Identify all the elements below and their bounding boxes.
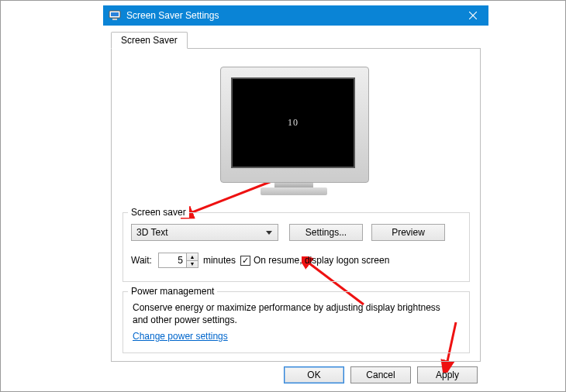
power-management-group: Power management Conserve energy or maxi… <box>123 291 470 353</box>
apply-button-label: Apply <box>436 370 459 380</box>
app-icon <box>108 9 122 22</box>
wait-label: Wait: <box>131 255 152 266</box>
screensaver-dropdown-value: 3D Text <box>136 227 167 238</box>
cancel-button[interactable]: Cancel <box>350 366 411 383</box>
window-title: Screen Saver Settings <box>126 10 457 21</box>
svg-rect-1 <box>111 12 119 16</box>
screensaver-preview-monitor: 10 <box>220 67 369 200</box>
wait-value: 5 <box>159 255 186 266</box>
tab-row: Screen Saver <box>111 32 188 49</box>
close-icon <box>469 12 477 19</box>
svg-rect-2 <box>112 19 117 20</box>
minutes-label: minutes <box>203 255 236 266</box>
dialog-buttons: OK Cancel Apply <box>284 366 478 383</box>
chevron-down-icon <box>265 229 273 236</box>
monitor-base <box>261 187 327 195</box>
apply-button[interactable]: Apply <box>417 366 478 383</box>
svg-marker-5 <box>266 231 272 235</box>
preview-button[interactable]: Preview <box>371 224 445 241</box>
screensaver-dropdown[interactable]: 3D Text <box>131 224 278 241</box>
power-text: Conserve energy or maximize performance … <box>133 301 458 326</box>
resume-checkbox[interactable]: ✓ <box>240 256 250 266</box>
wait-step-down[interactable]: ▼ <box>187 261 198 268</box>
cancel-button-label: Cancel <box>366 370 395 380</box>
screensaver-legend: Screen saver <box>128 207 189 218</box>
settings-button[interactable]: Settings... <box>289 224 363 241</box>
ok-button[interactable]: OK <box>284 366 344 383</box>
ok-button-label: OK <box>307 370 320 380</box>
screensaver-group: Screen saver 3D Text Settings... Preview… <box>123 212 470 282</box>
change-power-settings-link[interactable]: Change power settings <box>133 331 228 342</box>
close-button[interactable] <box>457 5 488 26</box>
power-legend: Power management <box>128 286 217 297</box>
titlebar: Screen Saver Settings <box>103 5 488 26</box>
wait-spinner[interactable]: 5 ▲ ▼ <box>158 253 198 268</box>
resume-label: On resume, display logon screen <box>254 255 389 266</box>
client-area: Screen Saver 10 Screen saver 3D Text <box>103 26 488 391</box>
wait-row: Wait: 5 ▲ ▼ minutes ✓ On resume, display… <box>131 252 389 269</box>
monitor-screen: 10 <box>231 77 355 168</box>
tab-panel: 10 Screen saver 3D Text Settings... <box>111 48 481 362</box>
preview-button-label: Preview <box>392 227 425 238</box>
preview-text: 10 <box>288 117 299 129</box>
settings-button-label: Settings... <box>305 227 347 238</box>
wait-step-up[interactable]: ▲ <box>187 253 198 261</box>
tab-screen-saver[interactable]: Screen Saver <box>111 32 188 49</box>
